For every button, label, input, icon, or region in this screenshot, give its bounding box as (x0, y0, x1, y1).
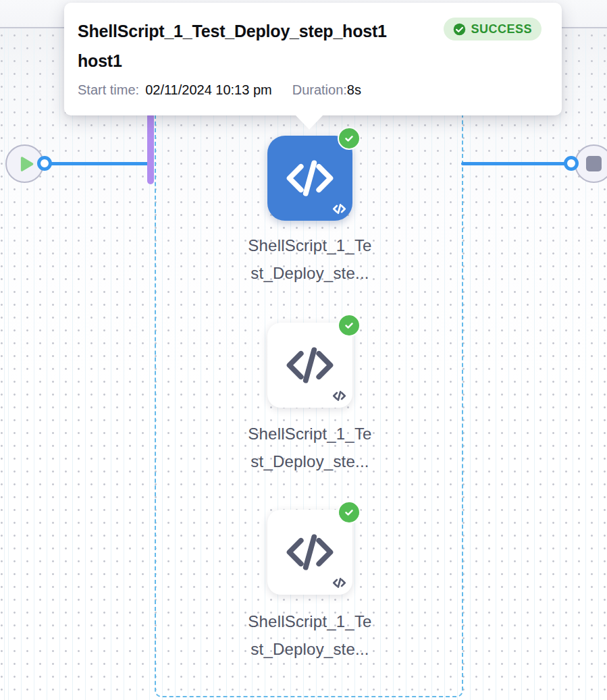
check-circle-icon (338, 314, 361, 337)
link-port-left (37, 156, 52, 171)
duration-label: Duration: (292, 82, 347, 98)
check-circle-icon (453, 23, 466, 36)
code-icon-small (332, 576, 346, 590)
step-label-2[interactable]: ShellScript_1_Te st_Deploy_ste... (221, 420, 399, 475)
status-badge: SUCCESS (444, 18, 542, 41)
step-label-1[interactable]: ShellScript_1_Te st_Deploy_ste... (221, 232, 399, 287)
check-circle-icon (338, 127, 361, 150)
tooltip-meta: Start time: 02/11/2024 10:13 pm Duration… (78, 82, 542, 98)
tooltip-title: ShellScript_1_Test_Deploy_step_host1 hos… (78, 16, 387, 76)
link-port-right (564, 156, 579, 171)
pipeline-execution-view: ShellScript_1_Te st_Deploy_ste... ShellS… (0, 0, 607, 700)
step-node-2[interactable] (267, 323, 352, 408)
code-icon (284, 526, 336, 578)
duration-value: 8s (347, 82, 361, 98)
stop-square-icon (586, 156, 602, 171)
step-node-3[interactable] (267, 510, 352, 595)
check-circle-icon (338, 501, 361, 524)
code-icon-small (332, 202, 346, 216)
purple-indicator-bar (147, 113, 154, 184)
step-node-1[interactable] (267, 136, 352, 221)
start-time-label: Start time: (78, 82, 139, 98)
step-tooltip: ShellScript_1_Test_Deploy_step_host1 hos… (64, 3, 562, 115)
play-icon (18, 155, 35, 173)
connector-start-to-stage (45, 162, 151, 165)
start-time-value: 02/11/2024 10:13 pm (145, 82, 272, 98)
status-badge-label: SUCCESS (471, 22, 532, 36)
code-icon (284, 339, 336, 392)
code-icon-small (332, 389, 346, 403)
end-node[interactable] (575, 144, 607, 183)
tooltip-caret (295, 115, 323, 130)
step-label-3[interactable]: ShellScript_1_Te st_Deploy_ste... (221, 608, 399, 663)
code-icon (284, 152, 336, 205)
connector-stage-to-end (461, 162, 571, 165)
